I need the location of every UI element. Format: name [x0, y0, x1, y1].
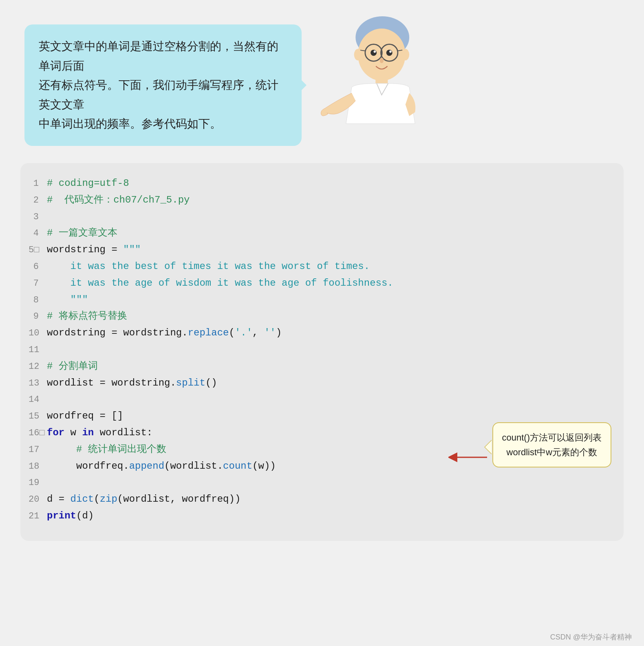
code-line-8: 8 """ [29, 292, 607, 309]
code-line-9: 9 # 将标点符号替换 [29, 308, 607, 325]
code-line-14: 14 [29, 391, 607, 408]
code-line-3: 3 [29, 209, 607, 225]
arrow-icon [448, 449, 489, 465]
code-block: 1 # coding=utf-8 2 # 代码文件：ch07/ch7_5.py … [29, 175, 607, 525]
svg-point-18 [354, 49, 362, 60]
footer: CSDN @华为奋斗者精神 [550, 632, 632, 642]
character-illustration [310, 16, 440, 147]
code-line-11: 11 [29, 342, 607, 358]
svg-point-19 [401, 49, 409, 60]
code-line-7: 7 it was the age of wisdom it was the ag… [29, 275, 607, 292]
bubble-text: 英文文章中的单词是通过空格分割的，当然有的单词后面 还有标点符号。下面，我们动手… [39, 37, 287, 134]
svg-point-16 [389, 51, 392, 53]
speech-bubble: 英文文章中的单词是通过空格分割的，当然有的单词后面 还有标点符号。下面，我们动手… [24, 24, 302, 146]
line-content: # coding=utf-8 [47, 175, 129, 192]
svg-point-17 [380, 58, 384, 63]
code-line-10: 10 wordstring = wordstring.replace('.', … [29, 325, 607, 342]
svg-point-15 [374, 51, 376, 53]
tooltip-bubble: count()方法可以返回列表 wordlist中w元素的个数 [492, 422, 611, 467]
code-line-2: 2 # 代码文件：ch07/ch7_5.py [29, 192, 607, 209]
code-line-19: 19 [29, 474, 607, 491]
top-section: 英文文章中的单词是通过空格分割的，当然有的单词后面 还有标点符号。下面，我们动手… [0, 0, 644, 155]
code-line-20: 20 d = dict(zip(wordlist, wordfreq)) [29, 491, 607, 508]
code-line-13: 13 wordlist = wordstring.split() [29, 375, 607, 392]
code-line-21: 21 print(d) [29, 508, 607, 525]
line-num: 1 [29, 176, 47, 191]
code-line-5: 5□ wordstring = """ [29, 242, 607, 258]
svg-point-13 [371, 50, 377, 56]
code-line-1: 1 # coding=utf-8 [29, 175, 607, 192]
tooltip-line2: wordlist中w元素的个数 [502, 445, 602, 459]
tooltip-line1: count()方法可以返回列表 [502, 430, 602, 445]
code-section: 1 # coding=utf-8 2 # 代码文件：ch07/ch7_5.py … [20, 163, 624, 541]
code-line-4: 4 # 一篇文章文本 [29, 225, 607, 242]
svg-point-14 [386, 50, 393, 56]
code-line-12: 12 # 分割单词 [29, 358, 607, 375]
code-line-6: 6 it was the best of times it was the wo… [29, 258, 607, 275]
